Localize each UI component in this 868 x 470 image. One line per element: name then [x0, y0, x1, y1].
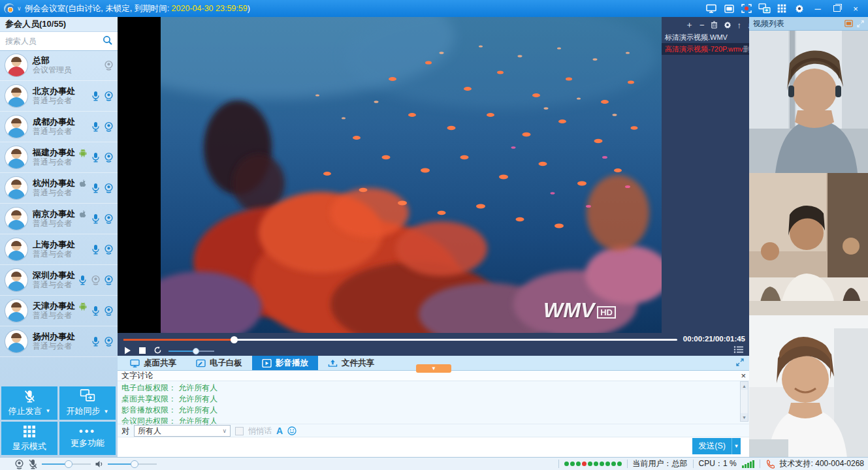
loop-button[interactable]: [153, 346, 162, 354]
participant-row[interactable]: 南京办事处普通与会者: [0, 204, 118, 234]
play-button[interactable]: [124, 347, 131, 354]
participant-row[interactable]: 总部会议管理员: [0, 50, 118, 81]
video-window-icon[interactable]: [722, 3, 735, 14]
playlist-add-icon[interactable]: ＋: [685, 19, 694, 31]
participant-row[interactable]: 上海办事处普通与会者: [0, 234, 118, 265]
chat-message: 桌面共享权限： 允许所有人: [121, 394, 736, 405]
chevron-down-icon[interactable]: ∨: [17, 5, 22, 12]
mic-icon[interactable]: [91, 152, 101, 163]
recipient-select[interactable]: 所有人∨: [134, 425, 231, 437]
chat-collapse-handle[interactable]: ▼: [416, 364, 451, 373]
search-icon[interactable]: [103, 35, 113, 48]
tab-whiteboard[interactable]: 电子白板: [186, 356, 252, 370]
playlist-toggle-icon[interactable]: [733, 345, 744, 356]
gear-icon[interactable]: [724, 21, 731, 29]
video-list-header: 视频列表: [753, 18, 784, 29]
webcam-off-icon[interactable]: [91, 275, 101, 285]
speaker-icon[interactable]: [95, 460, 104, 469]
video-window-icon[interactable]: [844, 20, 853, 27]
seek-handle[interactable]: [231, 336, 238, 343]
speaker-volume-handle[interactable]: [131, 460, 138, 468]
mic-icon[interactable]: [91, 213, 101, 224]
display-mode-icon[interactable]: [775, 3, 788, 14]
webcam-icon[interactable]: [104, 213, 114, 224]
speaker-volume-slider[interactable]: [108, 463, 157, 465]
mic-volume-slider[interactable]: [42, 463, 91, 465]
playlist-item[interactable]: 标清演示视频.WMV: [662, 31, 749, 43]
video-thumbnail[interactable]: [749, 31, 868, 173]
action-buttons: 停止发言▼ 开始同步▼ 显示模式 ••• 更多功能: [1, 386, 116, 455]
webcam-icon[interactable]: [104, 244, 114, 255]
seek-bar[interactable]: [123, 339, 677, 341]
webcam-status-icon[interactable]: [14, 459, 24, 469]
record-icon[interactable]: [740, 3, 753, 14]
tab-desktop-share[interactable]: 桌面共享: [120, 356, 186, 370]
minimize-button[interactable]: ─: [811, 3, 825, 14]
webcam-icon[interactable]: [104, 60, 114, 70]
screen-share-icon[interactable]: [705, 3, 718, 14]
participant-row[interactable]: 深圳办事处普通与会者: [0, 265, 118, 296]
webcam-icon[interactable]: [104, 121, 114, 132]
participant-row[interactable]: 天津办事处普通与会者: [0, 296, 118, 326]
sync-icon[interactable]: [758, 3, 771, 14]
webcam-icon[interactable]: [104, 152, 114, 163]
emoji-button[interactable]: [287, 426, 297, 435]
participant-row[interactable]: 成都办事处普通与会者: [0, 112, 118, 142]
mic-icon[interactable]: [91, 244, 101, 255]
mic-icon[interactable]: [91, 183, 101, 193]
more-features-button[interactable]: ••• 更多功能: [59, 422, 116, 455]
volume-slider[interactable]: [169, 351, 214, 352]
trash-icon[interactable]: [711, 21, 718, 29]
delete-link[interactable]: 删除: [743, 43, 749, 55]
restore-button[interactable]: [829, 3, 844, 14]
whisper-checkbox[interactable]: [235, 427, 244, 435]
participant-row[interactable]: 杭州办事处普通与会者: [0, 173, 118, 204]
mic-icon[interactable]: [91, 121, 101, 132]
mic-icon[interactable]: [91, 91, 101, 101]
expand-icon[interactable]: [857, 20, 864, 27]
participant-row[interactable]: 福建办事处普通与会者: [0, 142, 118, 173]
webcam-icon[interactable]: [104, 91, 114, 101]
font-style-button[interactable]: A: [276, 426, 283, 436]
webcam-icon[interactable]: [104, 275, 114, 285]
mic-icon[interactable]: [78, 275, 88, 285]
mic-muted-status-icon[interactable]: [28, 459, 38, 469]
volume-handle[interactable]: [193, 348, 199, 354]
stop-button[interactable]: [139, 347, 146, 354]
participants-sidebar: 参会人员(10/55) 总部会议管理员 北京办事处普通与会者 成都办事处普通与会…: [0, 17, 118, 457]
mic-icon[interactable]: [91, 336, 101, 347]
avatar: [5, 177, 27, 199]
playlist-item-selected[interactable]: 高清演示视频-720P.wmv 删除: [662, 43, 749, 55]
stop-speaking-button[interactable]: 停止发言▼: [1, 386, 57, 420]
participant-row[interactable]: 扬州办事处普通与会者: [0, 326, 118, 357]
chat-input-area[interactable]: [118, 437, 749, 457]
video-thumbnail[interactable]: [749, 315, 868, 458]
monitor-icon: [130, 359, 140, 368]
avatar: [5, 208, 27, 230]
display-mode-button[interactable]: 显示模式: [1, 422, 57, 455]
search-input[interactable]: [0, 32, 118, 50]
tab-file-share[interactable]: 文件共享: [318, 356, 384, 370]
scroll-down-arrow[interactable]: ▼: [741, 413, 748, 421]
start-sync-button[interactable]: 开始同步▼: [59, 386, 116, 420]
scroll-up-arrow[interactable]: ▲: [741, 382, 748, 390]
video-thumbnail[interactable]: [749, 173, 868, 315]
move-up-icon[interactable]: ↑: [737, 20, 742, 30]
mic-volume-handle[interactable]: [65, 460, 72, 468]
tab-media-playback[interactable]: 影音播放: [252, 356, 318, 370]
support-label: 技术支持: 400-004-0268: [780, 458, 864, 469]
chat-scrollbar[interactable]: ▲ ▼: [740, 381, 748, 422]
fullscreen-icon[interactable]: [736, 358, 744, 368]
close-button[interactable]: ×: [848, 3, 863, 14]
participant-row[interactable]: 北京办事处普通与会者: [0, 81, 118, 112]
send-button[interactable]: 发送(S): [692, 438, 731, 454]
playlist-remove-icon[interactable]: −: [699, 20, 705, 30]
webcam-icon[interactable]: [104, 336, 114, 347]
settings-gear-icon[interactable]: [793, 3, 806, 14]
video-playback-area[interactable]: WMVHD: [161, 17, 662, 333]
chat-close-icon[interactable]: ×: [741, 371, 746, 381]
send-options-arrow[interactable]: ▼: [731, 438, 741, 454]
mic-icon[interactable]: [91, 306, 101, 316]
webcam-icon[interactable]: [104, 183, 114, 193]
webcam-icon[interactable]: [104, 306, 114, 316]
